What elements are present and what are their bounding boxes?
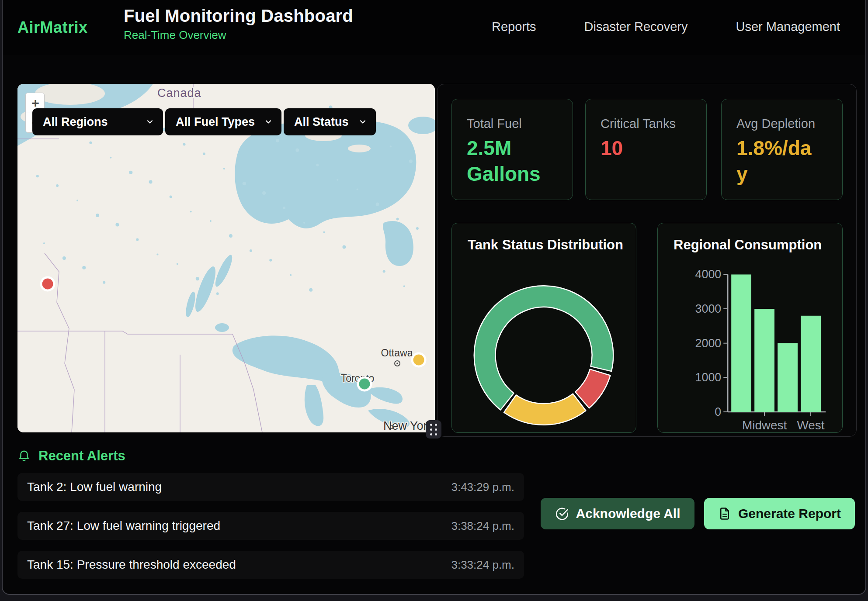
file-text-icon	[718, 507, 731, 520]
map-canvas[interactable]: Canada Ottawa Toronto New York	[17, 84, 435, 432]
fuel-type-filter-select[interactable]: All Fuel Types	[165, 108, 281, 135]
acknowledge-all-button[interactable]: Acknowledge All	[541, 498, 694, 529]
svg-text:1000: 1000	[695, 371, 722, 384]
alert-row[interactable]: Tank 15: Pressure threshold exceeded 3:3…	[17, 551, 524, 579]
recent-alerts-title: Recent Alerts	[38, 448, 125, 464]
alert-message: Tank 2: Low fuel warning	[27, 480, 162, 494]
stat-card-total-fuel: Total Fuel 2.5M Gallons	[451, 99, 573, 200]
alert-time: 3:43:29 p.m.	[451, 480, 514, 494]
generate-report-label: Generate Report	[738, 506, 841, 521]
stat-card-avg-depletion: Avg Depletion 1.8%/day	[721, 99, 843, 200]
alert-time: 3:38:24 p.m.	[451, 519, 514, 533]
chevron-down-icon	[358, 117, 367, 126]
tank-status-donut-chart	[452, 223, 636, 432]
top-nav: Reports Disaster Recovery User Managemen…	[492, 0, 840, 54]
svg-text:West: West	[797, 418, 825, 432]
map-panel[interactable]: Canada Ottawa Toronto New York + − All R…	[17, 84, 435, 432]
svg-text:3000: 3000	[695, 302, 722, 315]
page-subtitle: Real-Time Overview	[124, 28, 353, 42]
nav-user-management[interactable]: User Management	[736, 20, 840, 34]
alert-row[interactable]: Tank 27: Low fuel warning triggered 3:38…	[17, 512, 524, 540]
status-filter-value: All Status	[294, 115, 349, 129]
nav-disaster-recovery[interactable]: Disaster Recovery	[584, 20, 688, 34]
stat-label: Total Fuel	[467, 117, 559, 131]
map-filters: All Regions All Fuel Types All Status	[32, 108, 376, 135]
svg-text:0: 0	[715, 405, 721, 418]
acknowledge-all-label: Acknowledge All	[576, 506, 681, 521]
stat-value-critical-tanks: 10	[601, 135, 679, 161]
regional-consumption-card: Regional Consumption 01000200030004000Mi…	[657, 223, 843, 433]
alert-time: 3:33:24 p.m.	[451, 558, 514, 572]
chevron-down-icon	[146, 117, 154, 126]
dashboard-root: AirMatrix Fuel Monitoring Dashboard Real…	[2, 0, 866, 595]
map-marker-warning[interactable]	[412, 353, 425, 366]
title-block: Fuel Monitoring Dashboard Real-Time Over…	[124, 6, 353, 42]
brand-logo: AirMatrix	[17, 18, 88, 37]
status-filter-select[interactable]: All Status	[284, 108, 376, 135]
svg-text:Midwest: Midwest	[742, 418, 787, 432]
page-title: Fuel Monitoring Dashboard	[124, 6, 353, 26]
alert-message: Tank 15: Pressure threshold exceeded	[27, 558, 236, 572]
stat-value-avg-depletion: 1.8%/day	[736, 135, 815, 187]
stat-value-total-fuel: 2.5M Gallons	[467, 135, 545, 187]
map-marker-normal[interactable]	[358, 377, 371, 390]
stat-label: Avg Depletion	[736, 117, 829, 131]
regional-consumption-bar-chart: 01000200030004000MidwestWest	[658, 223, 842, 432]
alert-message: Tank 27: Low fuel warning triggered	[27, 519, 220, 533]
generate-report-button[interactable]: Generate Report	[704, 498, 855, 529]
tank-status-card: Tank Status Distribution	[451, 223, 636, 433]
stat-card-critical-tanks: Critical Tanks 10	[585, 99, 707, 200]
map-label-ottawa: Ottawa	[381, 347, 413, 359]
stat-label: Critical Tanks	[601, 117, 693, 131]
map-label-canada: Canada	[157, 86, 201, 100]
fuel-type-filter-value: All Fuel Types	[176, 115, 255, 129]
svg-text:2000: 2000	[695, 337, 722, 350]
bell-icon	[17, 449, 31, 463]
header: AirMatrix Fuel Monitoring Dashboard Real…	[3, 0, 865, 54]
map-resize-handle[interactable]	[426, 420, 441, 439]
svg-text:4000: 4000	[695, 268, 722, 281]
nav-reports[interactable]: Reports	[492, 20, 536, 34]
recent-alerts-heading: Recent Alerts	[17, 447, 125, 465]
metrics-panel: Total Fuel 2.5M Gallons Critical Tanks 1…	[437, 84, 857, 437]
alert-row[interactable]: Tank 2: Low fuel warning 3:43:29 p.m.	[17, 473, 524, 501]
region-filter-value: All Regions	[43, 115, 108, 129]
region-filter-select[interactable]: All Regions	[32, 108, 163, 135]
check-circle-icon	[555, 507, 569, 521]
map-marker-critical[interactable]	[41, 277, 54, 290]
chevron-down-icon	[264, 117, 273, 126]
